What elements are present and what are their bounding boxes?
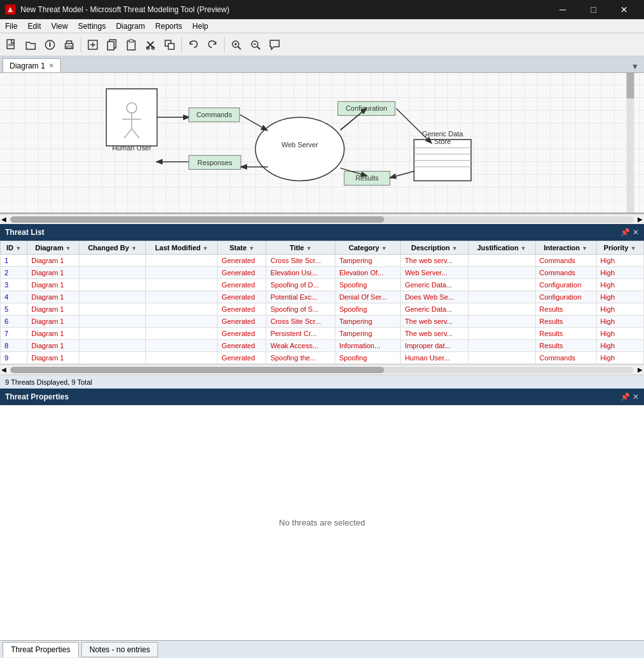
redo-button[interactable] [204, 36, 221, 54]
table-cell [146, 255, 218, 267]
maximize-button[interactable]: □ [579, 0, 608, 19]
diagram-tab-1[interactable]: Diagram 1 ✕ [3, 58, 61, 72]
table-cell: Tampering [335, 316, 401, 328]
table-cell [79, 303, 145, 316]
table-cell: Human User... [401, 352, 468, 364]
table-row[interactable]: 3Diagram 1GeneratedSpoofing of D...Spoof… [1, 279, 644, 291]
menu-edit[interactable]: Edit [22, 20, 46, 32]
threat-list-pin-icon[interactable]: 📌 [620, 228, 630, 237]
copy-button[interactable] [103, 36, 121, 54]
new-button[interactable] [3, 36, 20, 54]
col-changed-by[interactable]: Changed By ▼ [79, 241, 145, 255]
menu-view[interactable]: View [46, 20, 73, 32]
threat-list-container: ID ▼ Diagram ▼ Changed By ▼ Last Modifie… [0, 241, 644, 364]
menu-help[interactable]: Help [188, 20, 214, 32]
threat-props-close-icon[interactable]: ✕ [632, 392, 639, 401]
threat-scroll-left-arrow[interactable]: ◀ [0, 366, 8, 373]
table-cell: 9 [1, 352, 28, 364]
threat-props-header: Threat Properties 📌 ✕ [0, 389, 644, 405]
zoom-in-button[interactable] [227, 36, 245, 54]
paste-button[interactable] [122, 36, 140, 54]
menu-reports[interactable]: Reports [150, 20, 188, 32]
table-cell: Denial Of Ser... [335, 291, 401, 303]
table-cell: Results [535, 303, 596, 316]
table-cell: Commands [535, 352, 596, 364]
table-cell [146, 267, 218, 279]
table-cell: Improper dat... [401, 340, 468, 352]
table-cell: Generic Data... [401, 303, 468, 316]
table-cell: 1 [1, 255, 28, 267]
table-row[interactable]: 7Diagram 1GeneratedPersistent Cr...Tampe… [1, 328, 644, 340]
col-id[interactable]: ID ▼ [1, 241, 28, 255]
table-cell [79, 340, 145, 352]
svg-text:Responses: Responses [197, 159, 232, 166]
table-cell: The web serv... [401, 316, 468, 328]
table-row[interactable]: 9Diagram 1GeneratedSpoofing the...Spoofi… [1, 352, 644, 364]
table-cell: Generated [218, 328, 266, 340]
col-state[interactable]: State ▼ [218, 241, 266, 255]
threat-list-scrollbar[interactable]: ◀ ▶ [0, 364, 644, 374]
window-title: New Threat Model - Microsoft Threat Mode… [20, 5, 229, 14]
table-cell: Persistent Cr... [266, 328, 335, 340]
table-row[interactable]: 1Diagram 1GeneratedCross Site Scr...Tamp… [1, 255, 644, 267]
col-interaction[interactable]: Interaction ▼ [535, 241, 596, 255]
undo-button[interactable] [184, 36, 202, 54]
col-title[interactable]: Title ▼ [266, 241, 335, 255]
col-description[interactable]: Description ▼ [401, 241, 468, 255]
table-row[interactable]: 6Diagram 1GeneratedCross Site Scr...Tamp… [1, 316, 644, 328]
menu-diagram[interactable]: Diagram [111, 20, 150, 32]
toolbar-separator-3 [224, 37, 225, 52]
new-diagram-button[interactable] [84, 36, 102, 54]
table-cell [468, 291, 535, 303]
table-cell: Generic Data... [401, 279, 468, 291]
threat-props-pin-icon[interactable]: 📌 [620, 392, 630, 401]
table-row[interactable]: 8Diagram 1GeneratedWeak Access...Informa… [1, 340, 644, 352]
table-cell [146, 291, 218, 303]
table-cell: Generated [218, 316, 266, 328]
tab-notes[interactable]: Notes - no entries [81, 642, 159, 657]
tab-arrow[interactable]: ▼ [631, 62, 639, 71]
print-button[interactable] [60, 36, 78, 54]
svg-line-60 [390, 172, 414, 178]
diagram-scrollbar[interactable]: ◀ ▶ [0, 214, 644, 224]
menu-file[interactable]: File [0, 20, 22, 32]
table-cell: High [596, 255, 643, 267]
table-cell [79, 328, 145, 340]
table-cell: Information... [335, 340, 401, 352]
scrollbar-thumb [10, 216, 384, 223]
table-row[interactable]: 4Diagram 1GeneratedPotential Exc...Denia… [1, 291, 644, 303]
col-diagram[interactable]: Diagram ▼ [28, 241, 79, 255]
table-cell [79, 291, 145, 303]
scroll-left-arrow[interactable]: ◀ [0, 216, 8, 223]
menu-settings[interactable]: Settings [73, 20, 111, 32]
comment-button[interactable] [266, 36, 284, 54]
minimize-button[interactable]: ─ [548, 0, 577, 19]
properties-button[interactable] [41, 36, 59, 54]
zoom-out-button[interactable] [246, 36, 264, 54]
table-cell: Does Web Se... [401, 291, 468, 303]
threat-list-close-icon[interactable]: ✕ [632, 228, 639, 237]
col-category[interactable]: Category ▼ [335, 241, 401, 255]
tab-threat-properties[interactable]: Threat Properties [3, 642, 79, 657]
table-row[interactable]: 2Diagram 1GeneratedElevation Usi...Eleva… [1, 267, 644, 279]
clone-button[interactable] [161, 36, 179, 54]
table-cell: 6 [1, 316, 28, 328]
open-button[interactable] [22, 36, 40, 54]
table-cell [79, 316, 145, 328]
col-justification[interactable]: Justification ▼ [468, 241, 535, 255]
threat-count-text: 9 Threats Displayed, 9 Total [5, 378, 92, 386]
tab-close-icon[interactable]: ✕ [49, 62, 54, 69]
table-cell: High [596, 316, 643, 328]
svg-rect-62 [627, 73, 634, 99]
threat-scroll-right-arrow[interactable]: ▶ [636, 366, 644, 373]
svg-rect-14 [129, 40, 133, 42]
col-last-modified[interactable]: Last Modified ▼ [146, 241, 218, 255]
close-button[interactable]: ✕ [609, 0, 639, 19]
cut-button[interactable] [141, 36, 159, 54]
table-cell: Weak Access... [266, 340, 335, 352]
col-priority[interactable]: Priority ▼ [596, 241, 643, 255]
table-row[interactable]: 5Diagram 1GeneratedSpoofing of S...Spoof… [1, 303, 644, 316]
scroll-right-arrow[interactable]: ▶ [636, 216, 644, 223]
svg-point-41 [255, 117, 344, 181]
table-cell [146, 340, 218, 352]
